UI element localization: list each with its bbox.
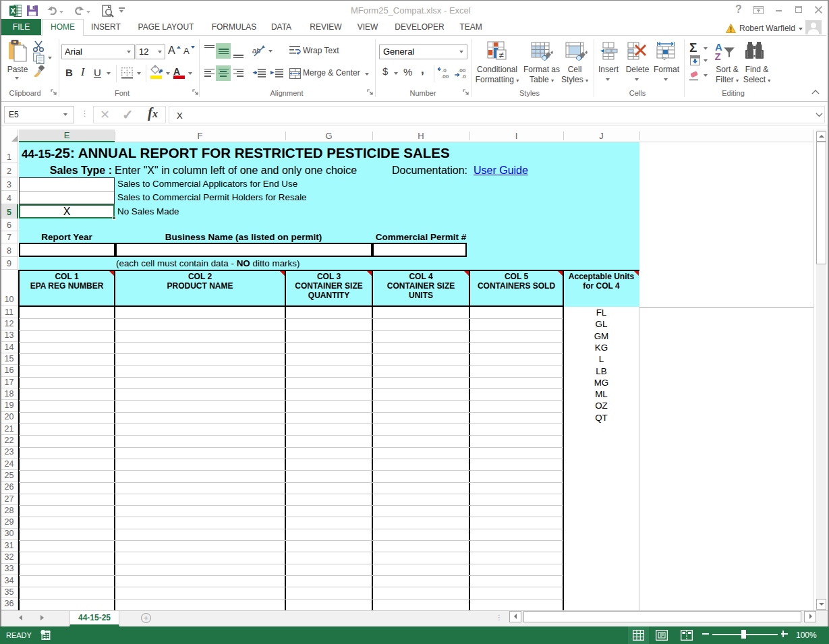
svg-text:.0: .0: [461, 74, 466, 79]
svg-text:Z: Z: [715, 51, 721, 61]
svg-text:≠: ≠: [498, 50, 503, 60]
svg-text:X: X: [11, 7, 16, 15]
svg-text:.00: .00: [441, 74, 449, 79]
